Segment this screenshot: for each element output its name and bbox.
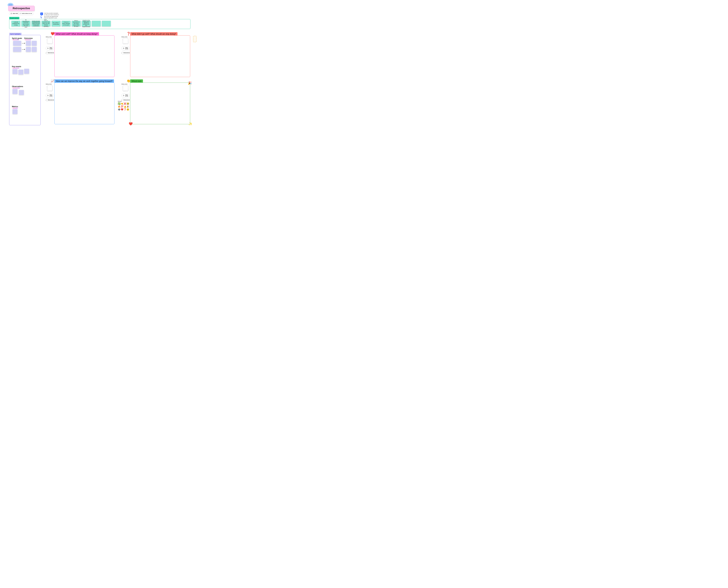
observation-sticky[interactable] bbox=[19, 90, 24, 95]
stopwatch-icon bbox=[123, 48, 124, 49]
sticker[interactable]: 😂 bbox=[127, 102, 129, 105]
shoutouts-title: Shout-outs bbox=[130, 79, 143, 83]
key-event-sticky[interactable] bbox=[18, 69, 23, 75]
page-title-text: Retrospective bbox=[13, 7, 30, 10]
brainstorm-button[interactable]: Brainstorm bbox=[46, 99, 54, 102]
offscreen-frame-snippet bbox=[193, 36, 196, 42]
sticker[interactable]: 🎉 bbox=[127, 105, 129, 108]
brainstorm-label: Brainstorm bbox=[124, 52, 130, 54]
heart-icon: ❤️ bbox=[129, 122, 133, 126]
sticky-notes-label: Sticky notes bbox=[122, 36, 130, 37]
retrospective-canvas: Retrospective Start 40:00 Invite others … bbox=[0, 0, 196, 128]
page-title: Retrospective bbox=[8, 6, 35, 11]
improve-title: How can we improve the way we work toget… bbox=[55, 79, 114, 83]
question-icon: ❓ bbox=[127, 32, 130, 36]
sticker[interactable]: ❤️ bbox=[121, 108, 123, 111]
chart-up-icon: 📈 bbox=[51, 79, 55, 83]
svg-point-2 bbox=[12, 5, 12, 5]
start-timer-button[interactable]: Start 10:00 bbox=[122, 46, 130, 50]
start-timer-button[interactable]: Start 10:00 bbox=[46, 46, 54, 50]
event-norm-sticky[interactable] bbox=[102, 21, 111, 26]
observations-title: Observations bbox=[12, 85, 23, 87]
event-norm-sticky[interactable]: Be transparent, vulnerable, and honest w… bbox=[21, 21, 30, 26]
stickers-label: Stickers bbox=[118, 101, 129, 102]
tip-arrow-icon bbox=[40, 15, 43, 18]
event-norm-sticky[interactable]: What is discussed in this event stays wi… bbox=[72, 21, 81, 26]
sticker[interactable]: 💯 bbox=[121, 105, 123, 108]
clap-icon: 👏 bbox=[127, 79, 130, 83]
event-norm-sticky[interactable]: Pass to someone else when you are finish… bbox=[42, 21, 50, 26]
underline-icon bbox=[13, 108, 18, 108]
svg-point-0 bbox=[9, 5, 10, 5]
start-timer-label: Start 10:00 bbox=[49, 94, 52, 97]
start-timer-button[interactable]: Start 10:00 bbox=[46, 93, 54, 98]
invite-label: Invite others to me bbox=[22, 13, 32, 14]
invite-button[interactable]: Invite others to me bbox=[18, 12, 34, 15]
outcome-sticky[interactable] bbox=[32, 47, 37, 52]
sprint-goals-title: Sprint goals bbox=[12, 37, 22, 39]
svg-point-1 bbox=[10, 5, 11, 5]
went-well-title: What went well? What should we keep doin… bbox=[55, 32, 99, 36]
start-main-timer-label: Start 40:00 bbox=[13, 13, 19, 14]
brainstorm-label: Brainstorm bbox=[48, 52, 54, 54]
wand-icon bbox=[46, 52, 47, 54]
sticker[interactable]: ❓ bbox=[124, 108, 126, 111]
sticky-notes-label: Sticky notes bbox=[46, 84, 54, 85]
event-norm-sticky[interactable]: Identify actionable commitments and crea… bbox=[31, 21, 41, 26]
outcome-sticky[interactable] bbox=[32, 41, 37, 46]
sprint-goal-sticky[interactable] bbox=[13, 41, 21, 46]
svg-point-5 bbox=[20, 13, 21, 14]
stopwatch-icon bbox=[47, 48, 49, 49]
sprint-goal-sticky[interactable] bbox=[13, 47, 21, 52]
sticker[interactable]: 🔥 bbox=[118, 105, 121, 108]
event-norm-sticky[interactable]: Focus on items relevant to the sprint bbox=[62, 21, 71, 26]
event-norm-sticky[interactable] bbox=[92, 21, 101, 26]
wand-icon bbox=[121, 99, 123, 101]
brainstorm-button[interactable]: Brainstorm bbox=[122, 51, 130, 55]
stopwatch-icon bbox=[47, 95, 49, 96]
brainstorm-button[interactable]: Brainstorm bbox=[46, 51, 54, 55]
outcome-sticky[interactable] bbox=[26, 47, 31, 52]
underline-icon bbox=[25, 40, 31, 40]
sparkle-icon: ✨ bbox=[188, 122, 192, 126]
sticker[interactable]: 👍 bbox=[124, 105, 126, 108]
sticker[interactable]: 👏 bbox=[121, 102, 123, 105]
event-norm-sticky[interactable]: Growth is in the details. Be as specific… bbox=[82, 21, 91, 26]
went-well-tools: Sticky notes Start 10:00 Brainstorm bbox=[46, 36, 54, 55]
sticker[interactable]: ❌ bbox=[124, 102, 126, 105]
improve-tools: Sticky notes Start 10:00 Brainstorm bbox=[46, 84, 54, 102]
sticky-notes-label: Sticky notes bbox=[46, 36, 54, 37]
sticker[interactable]: ➕ bbox=[118, 108, 121, 111]
sticker[interactable]: ✅ bbox=[118, 102, 121, 105]
sticky-note-pile[interactable] bbox=[122, 85, 130, 91]
improve-zone[interactable] bbox=[55, 83, 114, 124]
metric-sticky[interactable] bbox=[13, 109, 18, 114]
event-norm-sticky[interactable]: Be positive + constructive bbox=[51, 21, 61, 26]
went-well-zone[interactable] bbox=[55, 35, 114, 77]
key-event-sticky[interactable] bbox=[13, 69, 18, 74]
people-icon bbox=[20, 13, 21, 14]
sticky-note-pile[interactable] bbox=[122, 38, 130, 44]
key-event-sticky[interactable] bbox=[24, 69, 29, 74]
sticky-note-pile[interactable] bbox=[46, 85, 54, 91]
wand-icon bbox=[46, 99, 47, 101]
sticker[interactable]: 😕 bbox=[127, 108, 129, 111]
sticky-note-pile[interactable] bbox=[46, 38, 54, 44]
stickers-panel: Stickers ✅👏❌😂🔥💯👍🎉➕❤️❓😕 bbox=[118, 101, 129, 111]
shoutouts-zone[interactable] bbox=[130, 83, 190, 124]
start-timer-label: Start 10:00 bbox=[125, 94, 128, 97]
lightbulb-icon bbox=[40, 13, 43, 15]
stopwatch-icon bbox=[123, 95, 124, 96]
not-well-tools: Sticky notes Start 10:00 Brainstorm bbox=[122, 36, 130, 55]
underline-icon bbox=[13, 68, 19, 68]
not-well-zone[interactable] bbox=[130, 35, 190, 77]
start-timer-label: Start 10:00 bbox=[49, 47, 52, 49]
outcomes-title: Outcomes bbox=[24, 37, 33, 39]
underline-icon bbox=[13, 40, 19, 40]
outcome-sticky[interactable] bbox=[26, 41, 31, 46]
observation-sticky[interactable] bbox=[13, 89, 18, 94]
start-timer-button[interactable]: Start 10:00 bbox=[122, 93, 130, 98]
event-norm-sticky[interactable]: Cultivate positivity and energy bbox=[12, 21, 20, 26]
brainstorm-label: Brainstorm bbox=[124, 100, 130, 101]
brainstorm-label: Brainstorm bbox=[48, 100, 54, 101]
